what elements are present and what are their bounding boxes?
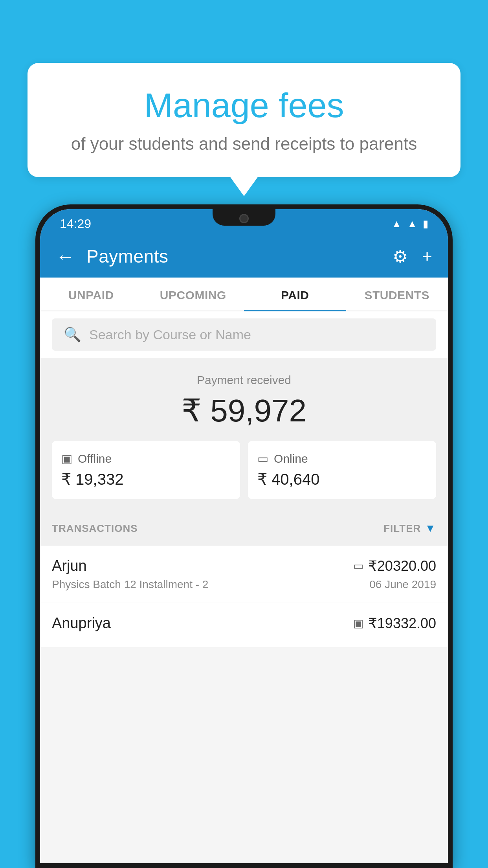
speech-bubble-tail <box>230 177 258 196</box>
tab-unpaid[interactable]: UNPAID <box>40 278 142 311</box>
settings-icon[interactable]: ⚙ <box>393 246 408 267</box>
header-title: Payments <box>86 246 381 267</box>
offline-label: Offline <box>78 452 112 465</box>
add-icon[interactable]: + <box>422 246 432 266</box>
online-card: ▭ Online ₹ 40,640 <box>248 441 436 499</box>
signal-icon: ▲ <box>407 218 417 230</box>
online-payment-icon: ▭ <box>353 559 363 572</box>
phone-screen: 14:29 ▲ ▲ ▮ ← Payments ⚙ + UNPAID UPCO <box>40 209 448 863</box>
search-container: 🔍 Search by Course or Name <box>40 311 448 358</box>
payment-cards: ▣ Offline ₹ 19,332 ▭ Online ₹ 40,640 <box>52 441 436 499</box>
transaction-amount-wrap: ▭ ₹20320.00 <box>353 558 436 574</box>
offline-icon: ▣ <box>61 452 72 465</box>
table-row[interactable]: Arjun ▭ ₹20320.00 Physics Batch 12 Insta… <box>40 546 448 603</box>
offline-payment-icon: ▣ <box>353 617 363 630</box>
status-time: 14:29 <box>60 217 91 231</box>
transaction-row-bottom: Physics Batch 12 Installment - 2 06 June… <box>52 578 436 591</box>
transaction-row-top: Arjun ▭ ₹20320.00 <box>52 557 436 574</box>
filter-button[interactable]: FILTER ▼ <box>383 522 436 535</box>
transaction-amount: ₹20320.00 <box>368 558 436 574</box>
payment-summary: Payment received ₹ 59,972 ▣ Offline ₹ 19… <box>40 358 448 511</box>
transaction-amount-wrap: ▣ ₹19332.00 <box>353 615 436 632</box>
battery-icon: ▮ <box>423 218 428 230</box>
transaction-date: 06 June 2019 <box>369 578 436 591</box>
transaction-amount: ₹19332.00 <box>368 615 436 632</box>
tab-upcoming[interactable]: UPCOMING <box>142 278 244 311</box>
online-label: Online <box>274 452 308 465</box>
transaction-name: Anupriya <box>52 615 111 632</box>
phone-frame: 14:29 ▲ ▲ ▮ ← Payments ⚙ + UNPAID UPCO <box>35 204 453 868</box>
transaction-list: Arjun ▭ ₹20320.00 Physics Batch 12 Insta… <box>40 546 448 648</box>
back-button[interactable]: ← <box>56 246 75 267</box>
transactions-header: TRANSACTIONS FILTER ▼ <box>40 511 448 546</box>
online-card-header: ▭ Online <box>257 452 427 465</box>
phone-notch <box>213 209 275 226</box>
bubble-title: Manage fees <box>59 86 429 125</box>
speech-bubble-section: Manage fees of your students and send re… <box>28 63 460 196</box>
online-amount: ₹ 40,640 <box>257 470 427 488</box>
transactions-label: TRANSACTIONS <box>52 522 138 535</box>
wifi-icon: ▲ <box>392 218 402 230</box>
tab-paid[interactable]: PAID <box>244 278 346 311</box>
online-icon: ▭ <box>257 452 268 465</box>
bubble-subtitle: of your students and send receipts to pa… <box>59 134 429 154</box>
header-actions: ⚙ + <box>393 246 432 267</box>
search-placeholder: Search by Course or Name <box>89 327 251 342</box>
table-row[interactable]: Anupriya ▣ ₹19332.00 <box>40 603 448 648</box>
tab-students[interactable]: STUDENTS <box>346 278 448 311</box>
transaction-desc: Physics Batch 12 Installment - 2 <box>52 578 208 591</box>
payment-received-label: Payment received <box>52 373 436 387</box>
tabs-bar: UNPAID UPCOMING PAID STUDENTS <box>40 278 448 311</box>
search-bar[interactable]: 🔍 Search by Course or Name <box>52 318 436 351</box>
filter-icon: ▼ <box>425 522 436 535</box>
speech-bubble: Manage fees of your students and send re… <box>28 63 460 177</box>
search-icon: 🔍 <box>64 326 81 343</box>
offline-card: ▣ Offline ₹ 19,332 <box>52 441 240 499</box>
transaction-row-top: Anupriya ▣ ₹19332.00 <box>52 615 436 632</box>
offline-amount: ₹ 19,332 <box>61 470 231 488</box>
payment-total-amount: ₹ 59,972 <box>52 392 436 429</box>
status-icons: ▲ ▲ ▮ <box>392 218 428 230</box>
camera <box>239 214 249 223</box>
transaction-name: Arjun <box>52 557 87 574</box>
app-header: ← Payments ⚙ + <box>40 235 448 278</box>
filter-label: FILTER <box>383 522 421 535</box>
offline-card-header: ▣ Offline <box>61 452 231 465</box>
